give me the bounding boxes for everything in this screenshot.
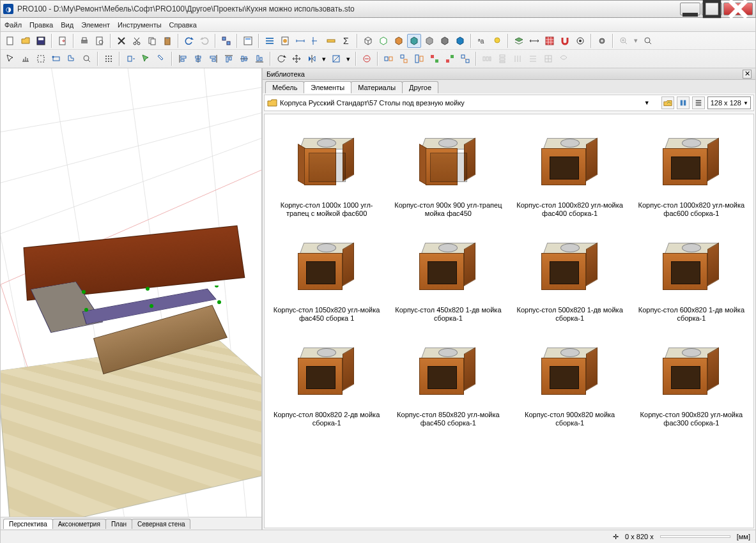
snap-grid-icon[interactable] xyxy=(102,52,116,66)
layout2-icon[interactable] xyxy=(397,52,411,66)
tab-elements[interactable]: Элементы xyxy=(304,81,351,93)
flip-dd-icon[interactable]: ▾ xyxy=(320,52,328,66)
dist2-icon[interactable] xyxy=(495,52,509,66)
tool5-icon[interactable] xyxy=(65,52,79,66)
dimension1-icon[interactable] xyxy=(293,34,307,48)
view-list-icon[interactable] xyxy=(263,34,277,48)
grid-icon[interactable] xyxy=(543,34,557,48)
up-folder-icon[interactable] xyxy=(661,96,674,109)
menu-element[interactable]: Элемент xyxy=(81,21,110,29)
view-report-icon[interactable] xyxy=(278,34,292,48)
flat-shade-icon[interactable] xyxy=(392,34,406,48)
settings-icon[interactable] xyxy=(573,34,587,48)
align-m-icon[interactable] xyxy=(237,52,251,66)
view-tab-plan[interactable]: План xyxy=(105,519,132,529)
flip-v-icon[interactable] xyxy=(329,52,343,66)
print-preview-icon[interactable] xyxy=(93,34,107,48)
light-icon[interactable] xyxy=(490,34,504,48)
copy-icon[interactable] xyxy=(145,34,159,48)
tool4-icon[interactable] xyxy=(49,52,63,66)
menu-edit[interactable]: Правка xyxy=(29,21,53,29)
align-c-icon[interactable] xyxy=(191,52,205,66)
hidden-line-icon[interactable] xyxy=(376,34,390,48)
group-red-icon[interactable] xyxy=(360,52,374,66)
thumbnail-size-combo[interactable]: 128 x 128 xyxy=(707,96,751,109)
library-gallery[interactable]: Корпус-стол 1000x 1000 угл-трапец с мойк… xyxy=(264,114,754,528)
path-dropdown-icon[interactable]: ▼ xyxy=(644,100,650,106)
layout1-icon[interactable] xyxy=(382,52,396,66)
dist1-icon[interactable] xyxy=(480,52,494,66)
library-item[interactable]: Корпус-стол 450x820 1-дв мойка сборка-1 xyxy=(389,226,507,325)
minimize-button[interactable] xyxy=(680,3,700,15)
layout3-icon[interactable] xyxy=(412,52,426,66)
open-icon[interactable] xyxy=(19,34,33,48)
library-close-icon[interactable]: ✕ xyxy=(743,70,752,79)
library-item[interactable]: Корпус-стол 900x820 мойка сборка-1 xyxy=(511,330,629,430)
close-button[interactable] xyxy=(723,3,753,15)
3d-viewport[interactable] xyxy=(1,68,261,517)
library-item[interactable]: Корпус-стол 1000x820 угл-мойка фас400 сб… xyxy=(511,121,629,220)
measure-icon[interactable] xyxy=(324,34,338,48)
view-tab-axon[interactable]: Аксонометрия xyxy=(52,519,106,529)
dims-icon[interactable] xyxy=(527,34,541,48)
move-l-icon[interactable] xyxy=(123,52,137,66)
flip-dd2-icon[interactable]: ▾ xyxy=(344,52,352,66)
align-l-icon[interactable] xyxy=(176,52,190,66)
render1-icon[interactable] xyxy=(422,34,436,48)
move-4way-icon[interactable] xyxy=(289,52,304,66)
label-icon[interactable]: ªa xyxy=(475,34,489,48)
save-icon[interactable] xyxy=(34,34,48,48)
tool6-icon[interactable] xyxy=(80,52,94,66)
render2-icon[interactable] xyxy=(438,34,452,48)
menu-help[interactable]: Справка xyxy=(169,21,197,29)
view-large-icon[interactable] xyxy=(677,96,690,109)
library-path[interactable]: Корпуса Русский Стандарт\57 Столы под вр… xyxy=(280,99,642,107)
layers-icon[interactable] xyxy=(512,34,526,48)
tab-furniture[interactable]: Мебель xyxy=(265,81,304,93)
rotate-l-icon[interactable] xyxy=(274,52,288,66)
cut-icon[interactable] xyxy=(130,34,144,48)
zoom-in-icon[interactable] xyxy=(617,34,631,48)
align-t-icon[interactable] xyxy=(222,52,236,66)
select-icon[interactable] xyxy=(3,52,17,66)
library-item[interactable]: Корпус-стол 1050x820 угл-мойка фас450 сб… xyxy=(267,226,386,325)
menu-tools[interactable]: Инструменты xyxy=(118,21,162,29)
library-item[interactable]: Корпус-стол 1000x820 угл-мойка фас600 сб… xyxy=(632,121,751,220)
zoom-out-icon[interactable] xyxy=(641,34,655,48)
view-list2-icon[interactable] xyxy=(692,96,705,109)
structure-icon[interactable] xyxy=(219,34,233,48)
tab-materials[interactable]: Материалы xyxy=(351,81,403,93)
menu-file[interactable]: Файл xyxy=(4,21,22,29)
maximize-button[interactable] xyxy=(702,3,722,15)
view-tab-perspective[interactable]: Перспектива xyxy=(3,519,53,529)
undo-icon[interactable] xyxy=(182,34,196,48)
magnet-icon[interactable] xyxy=(558,34,572,48)
library-item[interactable]: Корпус-стол 800x820 2-дв мойка сборка-1 xyxy=(267,330,386,430)
dist3-icon[interactable] xyxy=(511,52,525,66)
gear-icon[interactable] xyxy=(595,34,609,48)
dist5-icon[interactable] xyxy=(541,52,555,66)
library-item[interactable]: Корпус-стол 1000x 1000 угл-трапец с мойк… xyxy=(267,121,386,220)
library-item[interactable]: Корпус-стол 500x820 1-дв мойка сборка-1 xyxy=(511,226,629,325)
delete-icon[interactable] xyxy=(114,34,128,48)
export-icon[interactable] xyxy=(56,34,70,48)
library-item[interactable]: Корпус-стол 900x820 угл-мойка фас300 сбо… xyxy=(632,330,751,430)
print-icon[interactable] xyxy=(77,34,91,48)
move-shape-icon[interactable] xyxy=(154,52,168,66)
library-item[interactable]: Корпус-стол 900x 900 угл-трапец мойка фа… xyxy=(389,121,507,220)
dimension2-icon[interactable] xyxy=(309,34,323,48)
tool2-icon[interactable] xyxy=(19,52,33,66)
new-icon[interactable] xyxy=(3,34,17,48)
sum-icon[interactable]: Σ xyxy=(339,34,353,48)
mirror-h-icon[interactable] xyxy=(305,52,319,66)
tab-other[interactable]: Другое xyxy=(402,81,438,93)
dist6-icon[interactable] xyxy=(557,52,571,66)
menu-view[interactable]: Вид xyxy=(61,21,73,29)
view-tab-north[interactable]: Северная стена xyxy=(132,519,191,529)
wireframe-icon[interactable] xyxy=(361,34,375,48)
ungroup-icon[interactable] xyxy=(458,52,472,66)
swap1-icon[interactable] xyxy=(428,52,442,66)
library-item[interactable]: Корпус-стол 600x820 1-дв мойка сборка-1 xyxy=(632,226,751,325)
textured-icon[interactable] xyxy=(407,34,421,48)
paste-icon[interactable] xyxy=(160,34,174,48)
